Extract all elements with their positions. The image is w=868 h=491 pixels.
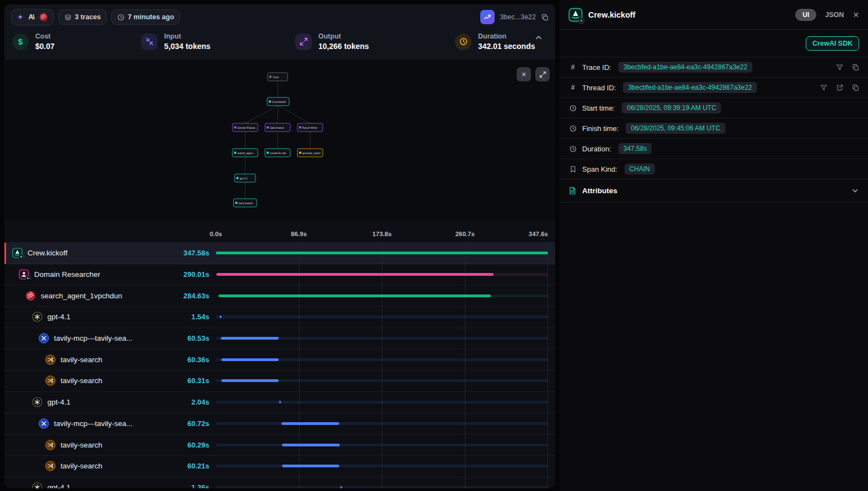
span-bar[interactable] <box>282 444 340 446</box>
clock-icon <box>117 14 124 21</box>
graph-node[interactable]: generate_report <box>297 149 323 157</box>
input-value: 5,034 tokens <box>164 42 210 51</box>
svg-text:Domain Resear...: Domain Resear... <box>237 127 257 129</box>
span-row[interactable]: tavily-search60.31s <box>4 370 555 392</box>
trace-graph: CrewCrew.kickoffDomain Resear...Data Ana… <box>4 59 555 220</box>
duration-value: 342.01 seconds <box>478 42 535 51</box>
span-row[interactable]: tavily-search60.21s <box>4 456 555 477</box>
span-bar[interactable] <box>221 337 279 340</box>
attributes-section-header[interactable]: Attributes <box>560 179 868 203</box>
span-row[interactable]: tavily-search60.29s <box>4 434 555 456</box>
trace-panel: ✦ A\ 3 traces 7 minutes ago 3bec...3e22 … <box>4 4 555 488</box>
filter-icon[interactable] <box>820 84 827 91</box>
external-icon[interactable] <box>836 84 843 91</box>
span-name: tavily-search <box>61 462 102 470</box>
tab-json[interactable]: JSON <box>825 11 844 19</box>
span-detail-title: Crew.kickoff <box>588 10 636 19</box>
chevron-down-icon[interactable] <box>851 187 859 195</box>
waterfall-toggle-button[interactable] <box>480 10 495 24</box>
file-text-icon <box>568 187 577 195</box>
span-row[interactable]: Crew.kickoff347.58s <box>4 243 555 264</box>
stat-output: Output 10,266 tokens <box>295 32 369 51</box>
graph-node[interactable]: tavily-search <box>234 199 257 207</box>
field-label: Duration: <box>582 145 611 153</box>
span-name: tavily-mcp---tavily-sea... <box>54 419 133 428</box>
provider-logos-pill[interactable]: ✦ A\ <box>11 9 54 25</box>
span-bar[interactable] <box>282 465 339 467</box>
input-label: Input <box>164 32 210 40</box>
span-row[interactable]: gpt-4.12.04s <box>4 392 555 413</box>
detail-field-row: #Trace ID:3becbfed-a1be-ae84-ea3c-494286… <box>560 57 868 78</box>
span-bar-track <box>216 328 548 349</box>
tools-icon <box>39 333 49 343</box>
cost-label: Cost <box>35 32 55 40</box>
span-row[interactable]: gpt-4.11.36s <box>4 477 555 488</box>
detail-field-row: Span Kind:CHAIN <box>560 159 868 179</box>
filter-icon[interactable] <box>836 64 843 71</box>
graph-edge <box>278 106 310 123</box>
tab-ui[interactable]: UI <box>795 9 816 21</box>
trace-graph-svg[interactable]: CrewCrew.kickoffDomain Resear...Data Ana… <box>4 59 555 220</box>
axis-tick: 86.9s <box>291 231 307 237</box>
graph-node[interactable]: Report Writer <box>297 123 323 132</box>
span-bar[interactable] <box>340 486 342 488</box>
duration-label: Duration <box>478 32 535 40</box>
span-duration: 60.72s <box>169 419 209 428</box>
span-name: tavily-search <box>61 441 102 449</box>
time-ago-badge: 7 minutes ago <box>111 9 180 25</box>
detail-field-row: Duration:347.58s <box>560 139 868 159</box>
svg-text:crewai-llm-call: crewai-llm-call <box>270 152 286 155</box>
detail-field-row: Start time:06/28/2025, 09:39:19 AM UTC <box>560 98 868 118</box>
span-bar[interactable] <box>216 273 493 276</box>
graph-close-button[interactable]: ✕ <box>517 67 531 81</box>
span-detail-panel: Crew.kickoff UI JSON ✕ CrewAI SDK #Trace… <box>560 0 868 491</box>
graph-node[interactable]: Crew.kickoff <box>267 97 289 106</box>
trace-topbar: ✦ A\ 3 traces 7 minutes ago 3bec...3e22 <box>4 4 555 30</box>
graph-node[interactable]: Crew <box>268 73 287 81</box>
svg-text:generate_report: generate_report <box>302 152 321 155</box>
svg-text:Data Analyst: Data Analyst <box>270 127 285 129</box>
span-row[interactable]: search_agent_1vpchdun284.63s <box>4 285 555 307</box>
span-bar-track <box>216 370 548 391</box>
span-bar[interactable] <box>221 358 279 361</box>
input-tokens-icon <box>141 34 158 50</box>
copy-icon[interactable] <box>852 64 859 71</box>
graph-node[interactable]: crewai-llm-call <box>265 149 290 157</box>
output-value: 10,266 tokens <box>318 42 369 51</box>
svg-text:gpt-4.1: gpt-4.1 <box>240 177 248 180</box>
span-bar[interactable] <box>281 422 339 425</box>
field-label: Span Kind: <box>582 165 617 173</box>
span-row[interactable]: tavily-mcp---tavily-sea...60.53s <box>4 328 555 350</box>
span-bar[interactable] <box>216 252 548 254</box>
attributes-label: Attributes <box>582 187 617 195</box>
span-row[interactable]: tavily-search60.36s <box>4 349 555 370</box>
span-row[interactable]: Domain Researcher290.01s <box>4 264 555 286</box>
svg-text:Crew.kickoff: Crew.kickoff <box>272 101 286 103</box>
span-row[interactable]: tavily-mcp---tavily-sea...60.72s <box>4 413 555 435</box>
graph-node[interactable]: Data Analyst <box>265 123 290 132</box>
graph-expand-button[interactable] <box>535 67 550 81</box>
span-bar[interactable] <box>219 294 491 297</box>
trace-stats-row: $ Cost $0.07 Input 5,034 tokens Output 1… <box>4 30 555 59</box>
traces-count-badge[interactable]: 3 traces <box>58 9 107 25</box>
clock-icon <box>568 105 577 112</box>
time-ago-label: 7 minutes ago <box>128 13 174 21</box>
field-value: 3becbfed-a1be-ae84-ea3c-4942867a3e22 <box>619 62 752 73</box>
span-name: tavily-mcp---tavily-sea... <box>54 334 133 342</box>
svg-text:Crew: Crew <box>273 76 279 79</box>
span-bar[interactable] <box>221 379 279 382</box>
graph-node[interactable]: gpt-4.1 <box>235 174 256 182</box>
span-duration: 347.58s <box>169 249 209 257</box>
detail-fields: #Trace ID:3becbfed-a1be-ae84-ea3c-494286… <box>560 57 868 179</box>
copy-trace-id-icon[interactable] <box>541 14 549 21</box>
graph-node[interactable]: Domain Resear... <box>232 123 258 132</box>
shuffle-icon <box>45 375 56 386</box>
collapse-stats-chevron-icon[interactable] <box>534 33 543 42</box>
field-label: Finish time: <box>582 124 619 133</box>
span-duration: 60.21s <box>169 462 209 470</box>
copy-icon[interactable] <box>852 84 859 91</box>
sdk-badge-row: CrewAI SDK <box>560 30 868 57</box>
graph-node[interactable]: search_agent... <box>232 149 258 157</box>
close-panel-icon[interactable]: ✕ <box>853 11 859 19</box>
span-row[interactable]: gpt-4.11.54s <box>4 307 555 328</box>
